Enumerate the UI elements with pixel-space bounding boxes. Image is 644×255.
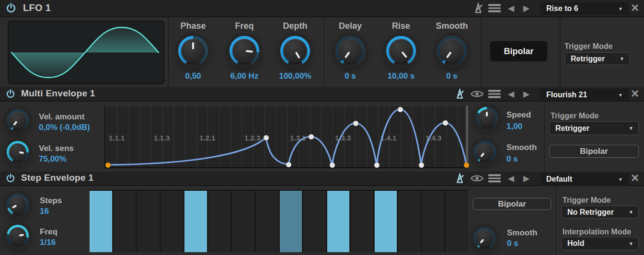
rise-knob[interactable] bbox=[386, 36, 416, 66]
delay-label: Delay bbox=[325, 21, 376, 31]
step-bar-4[interactable] bbox=[161, 191, 184, 252]
menu-icon[interactable] bbox=[488, 4, 501, 12]
trigger-mode-value: Retrigger bbox=[565, 55, 620, 63]
trigger-mode-label: Trigger Mode bbox=[564, 42, 612, 51]
steps-label: Steps bbox=[40, 196, 62, 206]
next-preset-icon[interactable]: ▶ bbox=[523, 90, 529, 98]
multi-envelope-header: Multi Envelope 1 ◀ ▶ Flourish 21 ▼ ✕ bbox=[0, 87, 644, 102]
envelope-editor[interactable]: 1.1.1 1.1.3 1.2.1 1.2.3 1.3.1 1.3.3 1.4.… bbox=[104, 105, 468, 168]
divider bbox=[560, 17, 561, 87]
phase-knob[interactable] bbox=[178, 36, 208, 66]
step-bar-3[interactable] bbox=[137, 191, 160, 252]
knob-pointer bbox=[478, 109, 495, 127]
envelope-node-5[interactable] bbox=[330, 162, 335, 168]
envelope-node-9[interactable] bbox=[419, 162, 424, 168]
step-bar-13[interactable] bbox=[375, 191, 397, 252]
panel-step-envelope: Step Envelope 1 ◀ ▶ Default ▼ ✕ Steps 16 bbox=[0, 172, 644, 255]
bipolar-button[interactable]: Bipolar bbox=[549, 145, 639, 158]
knob-pointer bbox=[8, 226, 28, 246]
step-bar-16[interactable] bbox=[446, 191, 468, 252]
envelope-node-6[interactable] bbox=[353, 121, 358, 126]
menu-icon[interactable] bbox=[488, 174, 501, 183]
prev-preset-icon[interactable]: ◀ bbox=[508, 4, 514, 12]
envelope-node-2[interactable] bbox=[264, 135, 269, 140]
tempo-sync-icon[interactable] bbox=[454, 173, 465, 184]
panel-title: Step Envelope 1 bbox=[21, 173, 93, 183]
preset-selector[interactable]: Default ▼ bbox=[540, 173, 629, 185]
step-bar-7[interactable] bbox=[232, 191, 254, 252]
chevron-down-icon: ▼ bbox=[618, 93, 629, 98]
smooth-knob[interactable] bbox=[474, 141, 496, 163]
trigger-mode-select[interactable]: Retrigger ▼ bbox=[564, 52, 630, 65]
step-bar-14[interactable] bbox=[398, 191, 421, 252]
preset-selector[interactable]: Flourish 21 ▼ bbox=[540, 89, 629, 101]
step-bar-8[interactable] bbox=[256, 191, 278, 252]
envelope-node-3[interactable] bbox=[286, 162, 291, 167]
smooth-knob[interactable] bbox=[437, 36, 467, 66]
prev-preset-icon[interactable]: ◀ bbox=[508, 90, 514, 98]
bipolar-button[interactable]: Bipolar bbox=[473, 198, 551, 210]
close-icon[interactable]: ✕ bbox=[631, 3, 639, 13]
knob-pointer bbox=[279, 35, 311, 67]
envelope-node-7[interactable] bbox=[374, 162, 380, 168]
tempo-sync-icon[interactable] bbox=[454, 89, 465, 100]
close-icon[interactable]: ✕ bbox=[631, 89, 639, 99]
freq-label: Freq bbox=[219, 21, 270, 31]
power-icon[interactable] bbox=[6, 174, 15, 183]
panel-lfo: LFO 1 ◀ ▶ Rise to 6 ▼ ✕ bbox=[0, 0, 644, 87]
menu-icon[interactable] bbox=[488, 90, 501, 98]
knob-pointer bbox=[334, 34, 367, 68]
vel-sens-knob[interactable] bbox=[7, 141, 29, 163]
step-bar-1[interactable] bbox=[90, 191, 112, 252]
preset-name: Flourish 21 bbox=[540, 91, 618, 99]
step-bar-10[interactable] bbox=[303, 191, 326, 252]
next-preset-icon[interactable]: ▶ bbox=[523, 4, 529, 12]
envelope-node-8[interactable] bbox=[398, 107, 403, 112]
trigger-mode-select[interactable]: No Retrigger ▼ bbox=[561, 206, 639, 219]
knob-pointer bbox=[231, 38, 258, 64]
interpolation-mode-select[interactable]: Hold ▼ bbox=[561, 237, 639, 250]
step-bar-15[interactable] bbox=[422, 191, 445, 252]
envelope-node-10[interactable] bbox=[443, 120, 448, 126]
power-icon[interactable] bbox=[6, 89, 15, 99]
step-bar-6[interactable] bbox=[208, 191, 231, 252]
knob-pointer bbox=[8, 142, 28, 162]
multi-envelope-body: Vel. amount 0,0% (-0,0dB) Vel. sens 75,0… bbox=[0, 102, 644, 172]
envelope-node-4[interactable] bbox=[309, 134, 314, 139]
sine-wave bbox=[9, 22, 163, 83]
prev-preset-icon[interactable]: ◀ bbox=[508, 174, 514, 183]
tempo-sync-icon[interactable] bbox=[472, 2, 484, 14]
steps-knob[interactable] bbox=[7, 194, 29, 216]
smooth-knob[interactable] bbox=[473, 227, 495, 249]
lfo-body: Phase 0,50 Freq 6,00 Hz Depth 100,00% De… bbox=[0, 17, 644, 87]
trigger-mode-select[interactable]: Retrigger ▼ bbox=[549, 121, 639, 135]
step-bar-12[interactable] bbox=[351, 191, 373, 252]
vel-amount-knob[interactable] bbox=[7, 109, 29, 131]
close-icon[interactable]: ✕ bbox=[631, 173, 639, 184]
freq-knob[interactable] bbox=[230, 36, 259, 66]
power-icon[interactable] bbox=[6, 3, 16, 13]
trigger-mode-label: Trigger Mode bbox=[551, 112, 598, 120]
step-bar-5[interactable] bbox=[184, 191, 207, 252]
step-bar-11[interactable] bbox=[327, 191, 350, 252]
envelope-nodes bbox=[105, 106, 469, 169]
delay-knob[interactable] bbox=[335, 36, 365, 66]
bipolar-label: Bipolar bbox=[580, 147, 608, 156]
next-preset-icon[interactable]: ▶ bbox=[523, 174, 529, 183]
lfo-waveform-display[interactable] bbox=[8, 21, 164, 84]
preset-selector[interactable]: Rise to 6 ▼ bbox=[540, 2, 629, 15]
chevron-down-icon: ▼ bbox=[620, 56, 629, 61]
step-bar-2[interactable] bbox=[114, 191, 136, 252]
freq-knob[interactable] bbox=[7, 225, 29, 247]
smooth-value: 0 s bbox=[426, 71, 477, 81]
step-editor[interactable] bbox=[90, 190, 468, 252]
eye-icon[interactable] bbox=[471, 174, 483, 183]
depth-knob[interactable] bbox=[280, 36, 310, 66]
step-bar-9[interactable] bbox=[280, 191, 302, 252]
envelope-node-11[interactable] bbox=[464, 162, 469, 168]
envelope-node-1[interactable] bbox=[105, 162, 111, 168]
eye-icon[interactable] bbox=[471, 90, 483, 98]
preset-name: Default bbox=[540, 175, 618, 184]
bipolar-button[interactable]: Bipolar bbox=[490, 41, 547, 61]
speed-knob[interactable] bbox=[476, 107, 498, 129]
